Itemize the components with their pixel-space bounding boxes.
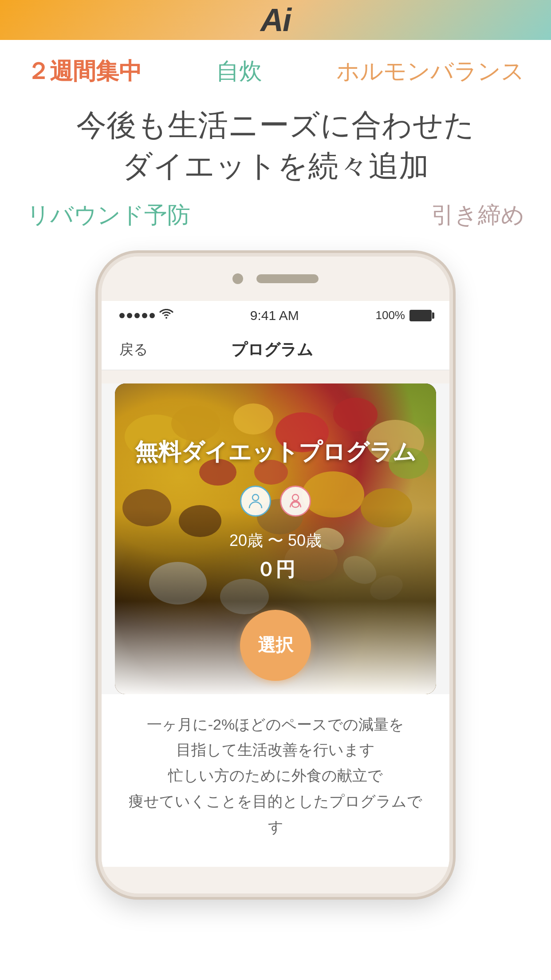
signal-dot-3 [134, 313, 140, 318]
battery-text: 100% [375, 308, 405, 322]
svg-point-2 [233, 403, 273, 435]
tag-2week[interactable]: ２週間集中 [27, 56, 142, 87]
tag-rebound[interactable]: リバウンド予防 [27, 200, 431, 231]
nav-bar: 戻る プログラム [102, 330, 449, 370]
signal-dot-1 [119, 313, 125, 318]
signal-dot-5 [150, 313, 155, 318]
phone-mockup-container: 9:41 AM 100% 戻る プログラム [0, 244, 551, 897]
tag-jisui[interactable]: 自炊 [142, 56, 336, 87]
select-button-wrapper: 選択 [115, 610, 436, 681]
diet-card: 無料ダイエットプログラム [115, 383, 436, 694]
nav-back-button[interactable]: 戻る [119, 340, 148, 360]
person-icon-male [240, 486, 271, 517]
signal-dot-4 [142, 313, 147, 318]
card-age-range: 20歳 〜 50歳 [115, 530, 436, 552]
battery-tip [432, 312, 434, 319]
card-price: ０円 [115, 557, 436, 583]
description-text: 一ヶ月に-2%ほどのペースでの減量を 目指して生活改善を行います 忙しい方のため… [129, 716, 422, 835]
nav-title: プログラム [148, 339, 396, 361]
phone-top [102, 257, 449, 301]
select-button[interactable]: 選択 [240, 610, 311, 681]
main-heading: 今後も生活ニーズに合わせた ダイエットを続々追加 [0, 91, 551, 195]
tag-hiki[interactable]: 引き締め [431, 200, 524, 231]
person-icon-female [280, 486, 311, 517]
signal-dots [119, 313, 155, 318]
card-icons [115, 486, 436, 517]
wifi-icon [159, 308, 173, 323]
status-bar: 9:41 AM 100% [102, 301, 449, 330]
top-banner: Ai [0, 0, 551, 40]
svg-point-4 [333, 398, 378, 431]
svg-point-1 [171, 406, 220, 441]
svg-point-22 [292, 502, 299, 507]
svg-point-21 [292, 494, 299, 501]
status-time: 9:41 AM [250, 308, 299, 323]
signal-dot-2 [127, 313, 132, 318]
ai-logo-area: Ai [0, 0, 551, 40]
phone-side-button-right [452, 354, 453, 416]
tag-hormone[interactable]: ホルモンバランス [336, 56, 524, 87]
svg-point-20 [252, 494, 259, 501]
phone-side-button-top [98, 336, 99, 390]
phone-frame: 9:41 AM 100% 戻る プログラム [98, 253, 453, 897]
battery-bar [409, 310, 432, 321]
phone-speaker [256, 274, 319, 283]
phone-side-button-mid [98, 399, 99, 434]
tags-row-2: リバウンド予防 引き締め [0, 195, 551, 244]
tags-row-1: ２週間集中 自炊 ホルモンバランス [0, 40, 551, 91]
status-left [119, 308, 173, 323]
page-wrapper: Ai ２週間集中 自炊 ホルモンバランス 今後も生活ニーズに合わせた ダイエット… [0, 0, 551, 980]
description-area: 一ヶ月に-2%ほどのペースでの減量を 目指して生活改善を行います 忙しい方のため… [102, 694, 449, 867]
status-right: 100% [375, 308, 432, 322]
phone-screen: 無料ダイエットプログラム [102, 383, 449, 867]
ai-logo: Ai [260, 2, 291, 38]
phone-camera [232, 273, 243, 284]
card-title: 無料ダイエットプログラム [115, 437, 436, 468]
